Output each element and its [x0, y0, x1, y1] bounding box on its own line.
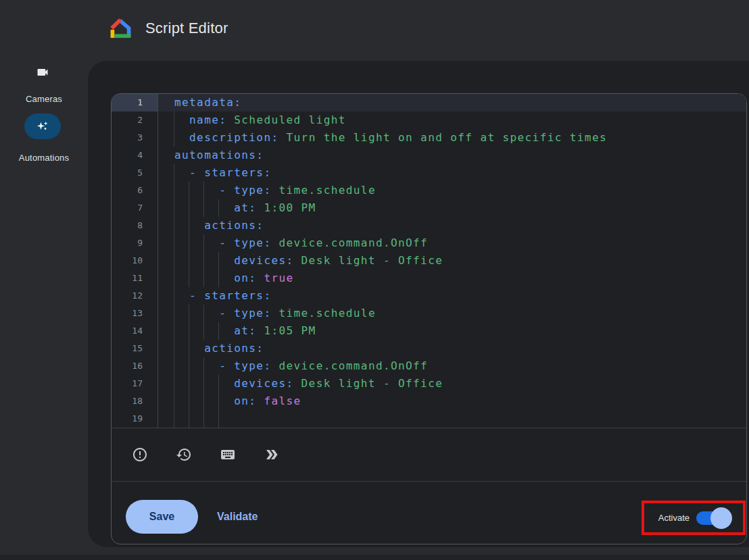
indent-guide	[189, 305, 189, 322]
code-line[interactable]: 13 - type: time.schedule	[112, 305, 746, 322]
indent-guide	[203, 410, 204, 428]
code-line-text: description: Turn the light on and off a…	[158, 129, 746, 147]
activate-toggle[interactable]	[696, 511, 723, 525]
code-line-text: automations:	[158, 147, 746, 164]
line-number: 6	[112, 182, 158, 199]
line-number: 2	[112, 111, 158, 129]
code-line[interactable]: 19	[112, 410, 746, 428]
code-editor[interactable]: 1metadata:2 name: Scheduled light3 descr…	[112, 94, 746, 428]
indent-guide	[189, 322, 189, 340]
line-number: 5	[112, 164, 158, 182]
line-number: 4	[112, 147, 158, 164]
indent-guide	[203, 305, 204, 322]
history-icon[interactable]	[176, 447, 192, 463]
code-line[interactable]: 9 - type: device.command.OnOff	[112, 234, 746, 252]
indent-guide	[189, 270, 189, 287]
code-line-text: - starters:	[158, 164, 746, 182]
code-line[interactable]: 17 devices: Desk light - Office	[112, 375, 746, 392]
bottom-strip	[0, 555, 749, 560]
line-number: 9	[112, 234, 158, 252]
line-number: 19	[112, 410, 158, 428]
indent-guide	[203, 392, 204, 410]
line-number: 18	[112, 392, 158, 410]
code-line-text: devices: Desk light - Office	[158, 375, 746, 392]
editor-toolbar	[112, 428, 746, 481]
double-arrow-icon[interactable]	[264, 447, 280, 463]
code-line[interactable]: 3 description: Turn the light on and off…	[112, 129, 746, 147]
line-number: 13	[112, 305, 158, 322]
code-line[interactable]: 5 - starters:	[112, 164, 746, 182]
indent-guide	[174, 111, 174, 129]
indent-guide	[174, 182, 174, 199]
indent-guide	[189, 410, 189, 428]
sidebar-label-automations: Automations	[0, 153, 88, 163]
indent-guide	[174, 252, 174, 270]
indent-guide	[218, 410, 219, 428]
indent-guide	[203, 357, 204, 375]
videocam-icon	[36, 66, 49, 79]
code-line[interactable]: 6 - type: time.schedule	[112, 182, 746, 199]
indent-guide	[203, 270, 204, 287]
code-line[interactable]: 1metadata:	[112, 94, 746, 111]
indent-guide	[203, 375, 204, 392]
error-outline-icon[interactable]	[132, 447, 148, 463]
indent-guide	[218, 322, 219, 340]
indent-guide	[174, 305, 174, 322]
indent-guide	[189, 217, 189, 234]
indent-guide	[174, 392, 174, 410]
code-line[interactable]: 12 - starters:	[112, 287, 746, 305]
line-number: 12	[112, 287, 158, 305]
code-line-text: - type: device.command.OnOff	[158, 357, 746, 375]
indent-guide	[203, 252, 204, 270]
code-line-text: - type: device.command.OnOff	[158, 234, 746, 252]
indent-guide	[203, 322, 204, 340]
keyboard-icon[interactable]	[220, 447, 236, 463]
code-line-text: - starters:	[158, 287, 746, 305]
activate-label: Activate	[658, 513, 690, 523]
indent-guide	[189, 199, 189, 217]
line-number: 1	[112, 94, 158, 111]
code-line[interactable]: 14 at: 1:05 PM	[112, 322, 746, 340]
code-line-text: actions:	[158, 340, 746, 357]
sidebar: Cameras Automations	[0, 0, 88, 560]
code-line[interactable]: 18 on: false	[112, 392, 746, 410]
gutter-divider	[158, 94, 158, 428]
line-number: 8	[112, 217, 158, 234]
code-line-text: metadata:	[158, 94, 746, 111]
indent-guide	[203, 234, 204, 252]
indent-guide	[174, 129, 174, 147]
indent-guide	[174, 410, 174, 428]
automations-active-pill[interactable]	[24, 113, 61, 139]
indent-guide	[218, 270, 219, 287]
code-line[interactable]: 16 - type: device.command.OnOff	[112, 357, 746, 375]
sparkle-icon	[36, 120, 49, 133]
line-number: 3	[112, 129, 158, 147]
indent-guide	[174, 357, 174, 375]
line-number: 11	[112, 270, 158, 287]
indent-guide	[174, 270, 174, 287]
code-line[interactable]: 2 name: Scheduled light	[112, 111, 746, 129]
code-line[interactable]: 15 actions:	[112, 340, 746, 357]
code-line[interactable]: 11 on: true	[112, 270, 746, 287]
indent-guide	[203, 199, 204, 217]
indent-guide	[189, 252, 189, 270]
code-line[interactable]: 8 actions:	[112, 217, 746, 234]
code-line[interactable]: 10 devices: Desk light - Office	[112, 252, 746, 270]
indent-guide	[174, 375, 174, 392]
indent-guide	[189, 182, 189, 199]
validate-button[interactable]: Validate	[217, 500, 258, 534]
indent-guide	[218, 375, 219, 392]
activate-cluster: Activate	[642, 501, 746, 535]
indent-guide	[174, 164, 174, 182]
code-line[interactable]: 7 at: 1:00 PM	[112, 199, 746, 217]
save-button[interactable]: Save	[126, 500, 198, 534]
indent-guide	[189, 392, 189, 410]
line-number: 14	[112, 322, 158, 340]
code-line-text: on: false	[158, 392, 746, 410]
script-editor-card: 1metadata:2 name: Scheduled light3 descr…	[111, 93, 747, 544]
line-number: 15	[112, 340, 158, 357]
indent-guide	[174, 217, 174, 234]
editor-footer: Save Validate Activate	[112, 481, 746, 544]
indent-guide	[189, 340, 189, 357]
code-line[interactable]: 4automations:	[112, 147, 746, 164]
